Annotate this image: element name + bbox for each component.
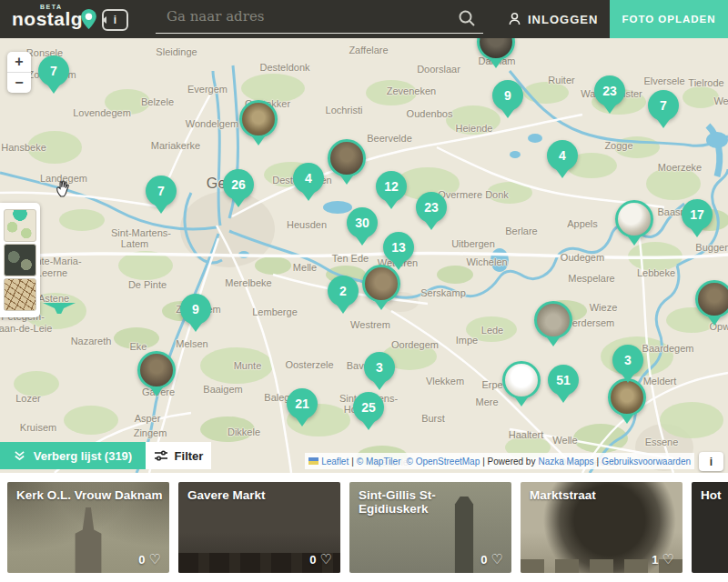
cluster-marker[interactable]: 9 (492, 80, 523, 111)
map-place-label: Mariakerke (151, 140, 200, 151)
like-count[interactable]: 0♡ (480, 551, 503, 567)
zoom-in-button[interactable]: + (7, 52, 31, 73)
cluster-marker[interactable]: 25 (353, 392, 384, 423)
attribution-link[interactable]: Gebruiksvoorwaarden (602, 457, 691, 467)
photo-card[interactable]: Kerk O.L. Vrouw Daknam0♡ (7, 482, 169, 573)
cluster-marker[interactable]: 2 (328, 276, 359, 306)
photo-card[interactable]: Gavere Markt0♡ (178, 482, 340, 573)
map-place-label: Uitbergen (451, 238, 495, 249)
map-place-label: Latem (121, 238, 149, 249)
leaflet-flag-icon (308, 457, 318, 465)
photo-marker[interactable] (502, 361, 541, 399)
hide-list-label: Verberg lijst (319) (34, 449, 132, 463)
layer-thumbnail-historic[interactable] (4, 278, 36, 311)
cluster-marker[interactable]: 4 (547, 140, 578, 171)
photo-card-title: Hot (701, 488, 728, 502)
photo-marker[interactable] (615, 200, 653, 238)
photo-marker[interactable] (328, 139, 366, 177)
map-place-label: Wieze (590, 302, 618, 313)
heart-icon[interactable]: ♡ (149, 551, 161, 567)
map-place-label: Mespelare (568, 273, 614, 284)
login-button[interactable]: INLOGGEN (508, 0, 598, 38)
map-place-label: Burst (421, 413, 445, 424)
map-place-label: Kruisem (20, 422, 56, 433)
map-place-label: Serskamp (420, 287, 466, 298)
double-chevron-down-icon (14, 450, 25, 462)
map-place-label: Leerne (36, 267, 67, 278)
cluster-marker[interactable]: 30 (347, 207, 378, 238)
upload-photo-button[interactable]: FOTO OPLADEN (610, 0, 728, 38)
search-input[interactable] (165, 7, 441, 25)
photo-strip[interactable]: Kerk O.L. Vrouw Daknam0♡Gavere Markt0♡Si… (0, 473, 728, 582)
heart-icon[interactable]: ♡ (662, 551, 674, 567)
cluster-marker[interactable]: 23 (416, 192, 447, 223)
heart-icon[interactable]: ♡ (320, 551, 332, 567)
cluster-marker[interactable]: 51 (548, 365, 579, 396)
cluster-marker[interactable]: 7 (146, 176, 177, 206)
map-place-label: Baardegem (642, 343, 694, 354)
attribution-link[interactable]: Leaflet (321, 457, 349, 467)
map-place-label: Melle (293, 262, 317, 273)
like-number: 0 (138, 553, 145, 567)
map-info-button[interactable]: i (699, 452, 723, 471)
cluster-marker[interactable]: 7 (648, 90, 679, 121)
attribution-link[interactable]: © MapTiler (357, 457, 401, 467)
photo-marker[interactable] (608, 378, 646, 416)
like-count[interactable]: 0♡ (309, 551, 332, 567)
photo-card[interactable]: Marktstraat1♡ (521, 482, 682, 573)
map-place-label: Hansbeke (1, 142, 46, 153)
photo-marker[interactable] (239, 100, 278, 138)
layer-thumbnail-satellite[interactable] (4, 244, 36, 276)
map-place-label: Elversele (643, 75, 684, 86)
cluster-marker[interactable]: 23 (594, 75, 625, 106)
filter-sliders-icon (154, 449, 168, 462)
map-place-label: Lochristi (326, 105, 363, 115)
info-button[interactable]: i (102, 9, 128, 31)
map-place-label: Lebbeke (637, 267, 675, 278)
map-place-label: Sleidinge (156, 46, 197, 57)
like-count[interactable]: 0♡ (138, 551, 161, 567)
user-icon (508, 12, 521, 26)
map-place-label: Berlare (505, 226, 537, 236)
heart-icon[interactable]: ♡ (491, 551, 503, 567)
map-canvas[interactable]: + − Verberg lijst (319) Filter Leaflet |… (0, 38, 728, 473)
search-icon[interactable] (458, 9, 476, 27)
zoom-control: + − (7, 52, 31, 93)
app-window: + − Verberg lijst (319) Filter Leaflet |… (0, 0, 728, 582)
cluster-marker[interactable]: 17 (682, 199, 713, 230)
photo-marker[interactable] (695, 280, 728, 318)
filter-button[interactable]: Filter (146, 442, 211, 469)
map-place-label: Wondelgem (186, 118, 239, 129)
hide-list-button[interactable]: Verberg lijst (319) (0, 442, 146, 469)
attribution-text: | (597, 457, 600, 467)
attribution-text: | (351, 457, 354, 467)
cluster-marker[interactable]: 12 (376, 171, 407, 202)
map-place-label: Baaigem (203, 384, 242, 395)
photo-marker[interactable] (534, 301, 572, 339)
cluster-marker[interactable]: 3 (612, 345, 643, 376)
top-bar: BETA nostalge i INLOGGEN FOTO OPLADEN (0, 0, 728, 38)
layer-thumbnail-default[interactable] (4, 209, 36, 242)
cluster-marker[interactable]: 21 (287, 388, 318, 419)
photo-card[interactable]: Hot (692, 482, 728, 573)
attribution-link[interactable]: Nazka Mapps (538, 457, 593, 467)
cluster-marker[interactable]: 4 (293, 163, 324, 194)
map-place-label: Beervelde (367, 133, 412, 144)
map-place-label: Buggenhout (695, 242, 728, 253)
cluster-marker[interactable]: 7 (38, 55, 69, 86)
cluster-marker[interactable]: 9 (180, 294, 211, 325)
cluster-marker[interactable]: 13 (383, 232, 414, 263)
map-place-label: Oosterzele (285, 359, 333, 370)
photo-card[interactable]: Sint-Gillis St- Egidiuskerk0♡ (349, 482, 511, 573)
map-place-label: Munte (234, 360, 262, 371)
cluster-marker[interactable]: 26 (223, 169, 254, 200)
map-place-label: Westrem (350, 319, 390, 330)
like-count[interactable]: 1♡ (652, 551, 674, 567)
map-place-label: Tielrode (688, 77, 723, 88)
map-place-label: Welle (552, 435, 577, 446)
photo-marker[interactable] (137, 351, 176, 389)
attribution-link[interactable]: © OpenStreetMap (406, 457, 480, 467)
zoom-out-button[interactable]: − (7, 73, 31, 93)
photo-marker[interactable] (362, 265, 400, 303)
cluster-marker[interactable]: 3 (364, 352, 395, 383)
